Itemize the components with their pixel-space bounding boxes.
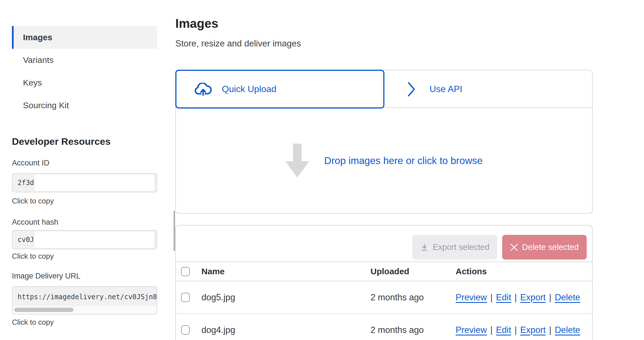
click-to-copy-hint: Click to copy	[12, 197, 54, 205]
sidebar-item-label: Images	[23, 33, 52, 42]
sidebar-item-variants[interactable]: Variants	[12, 49, 157, 71]
separator: |	[511, 292, 520, 302]
sidebar-item-label: Variants	[23, 55, 54, 65]
delete-selected-button[interactable]: Delete selected	[502, 235, 587, 260]
export-selected-button[interactable]: Export selected	[412, 235, 497, 260]
redaction-overlay	[35, 175, 154, 191]
account-id-field[interactable]: 2f3d	[12, 173, 157, 192]
dropzone[interactable]: Drop images here or click to browse	[176, 108, 592, 213]
page-title: Images	[175, 16, 218, 31]
sidebar-item-keys[interactable]: Keys	[12, 71, 157, 94]
cell-uploaded: 2 months ago	[371, 292, 456, 303]
select-all-checkbox[interactable]	[181, 267, 190, 276]
button-label: Delete selected	[522, 243, 579, 252]
chevron-right-icon	[407, 82, 415, 97]
separator: |	[487, 292, 496, 302]
export-link[interactable]: Export	[520, 325, 546, 335]
account-hash-field[interactable]: cv0J	[12, 230, 157, 249]
account-id-label: Account ID	[12, 159, 49, 167]
account-hash-label: Account hash	[12, 218, 58, 227]
tab-label: Quick Upload	[222, 84, 276, 94]
table-header: Name Uploaded Actions	[176, 262, 592, 281]
cell-name: dog4.jpg	[201, 325, 371, 335]
page-subtitle: Store, resize and deliver images	[175, 39, 301, 49]
row-checkbox[interactable]	[181, 325, 190, 335]
scrollbar-thumb[interactable]	[14, 308, 73, 312]
column-uploaded: Uploaded	[371, 267, 456, 276]
dropzone-text: Drop images here or click to browse	[324, 155, 483, 166]
sidebar-item-label: Keys	[23, 78, 42, 88]
account-id-value: 2f3d	[18, 179, 34, 187]
upload-panel: Quick Upload Use API Drop images here or…	[175, 70, 593, 214]
sidebar-item-images[interactable]: Images	[12, 26, 157, 49]
tab-label: Use API	[430, 84, 462, 94]
sidebar-nav: Images Variants Keys Sourcing Kit	[12, 26, 157, 117]
sidebar-item-sourcing-kit[interactable]: Sourcing Kit	[12, 94, 157, 117]
tab-quick-upload[interactable]: Quick Upload	[175, 70, 384, 109]
preview-link[interactable]: Preview	[456, 325, 487, 335]
delete-link[interactable]: Delete	[555, 325, 580, 335]
row-checkbox[interactable]	[181, 293, 190, 302]
upload-tabs: Quick Upload Use API	[176, 70, 592, 108]
cell-uploaded: 2 months ago	[371, 325, 456, 335]
horizontal-scrollbar[interactable]	[12, 306, 157, 314]
image-delivery-url-field[interactable]: https://imagedelivery.net/cv0JSjn80	[12, 286, 157, 314]
delete-link[interactable]: Delete	[555, 292, 580, 302]
cloud-upload-icon	[194, 83, 212, 96]
separator: |	[511, 325, 520, 335]
button-label: Export selected	[433, 243, 489, 252]
column-actions: Actions	[456, 267, 592, 276]
developer-resources-heading: Developer Resources	[12, 136, 111, 147]
separator: |	[487, 325, 496, 335]
export-link[interactable]: Export	[520, 292, 546, 302]
cell-name: dog5.jpg	[201, 292, 371, 303]
bulk-actions-row: Export selected Delete selected	[176, 226, 592, 262]
sidebar-scrollbar-thumb[interactable]	[174, 211, 175, 251]
click-to-copy-hint: Click to copy	[12, 252, 54, 261]
table-row: dog5.jpg 2 months ago Preview|Edit|Expor…	[176, 281, 592, 314]
account-hash-value: cv0J	[18, 236, 34, 244]
separator: |	[546, 325, 555, 335]
preview-link[interactable]: Preview	[456, 292, 487, 302]
cell-actions: Preview|Edit|Export|Delete	[456, 292, 592, 303]
download-icon	[420, 243, 429, 252]
table-row: dog4.jpg 2 months ago Preview|Edit|Expor…	[176, 314, 592, 340]
edit-link[interactable]: Edit	[496, 325, 511, 335]
redaction-overlay	[35, 231, 154, 248]
image-delivery-url-label: Image Delivery URL	[12, 272, 81, 280]
x-icon	[510, 243, 518, 251]
separator: |	[546, 292, 555, 302]
click-to-copy-hint: Click to copy	[12, 318, 54, 327]
cell-actions: Preview|Edit|Export|Delete	[456, 325, 592, 335]
images-table-panel: Export selected Delete selected Name Upl…	[175, 225, 593, 340]
image-delivery-url-value: https://imagedelivery.net/cv0JSjn80	[18, 293, 157, 301]
edit-link[interactable]: Edit	[496, 292, 511, 302]
tab-use-api[interactable]: Use API	[385, 70, 592, 108]
sidebar-item-label: Sourcing Kit	[23, 101, 69, 110]
sidebar: Images Variants Keys Sourcing Kit Develo…	[12, 0, 157, 340]
column-name: Name	[201, 267, 371, 276]
down-arrow-icon	[285, 144, 309, 178]
